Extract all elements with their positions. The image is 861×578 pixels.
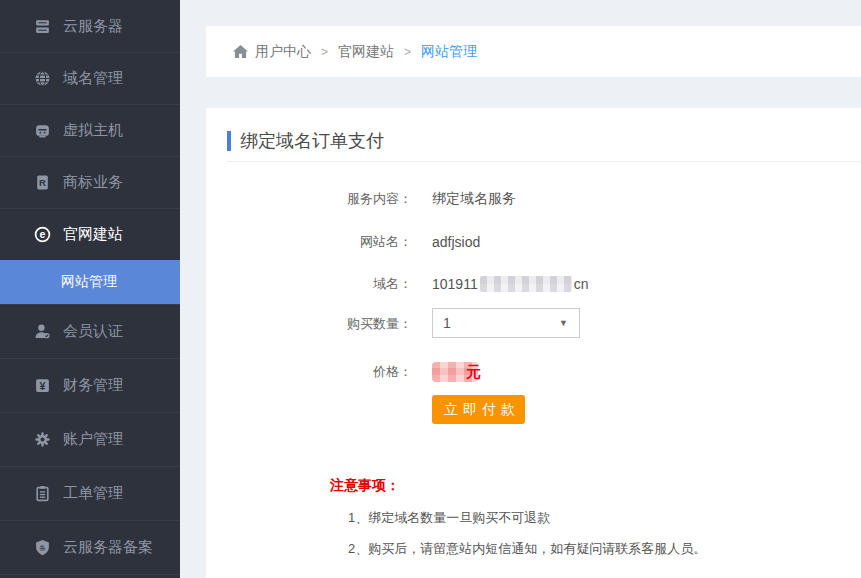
virtual-host-icon [34, 122, 51, 139]
chevron-down-icon: ▼ [559, 318, 579, 328]
sidebar-item-work-order[interactable]: 工单管理 [0, 466, 180, 520]
home-icon [233, 45, 248, 59]
svg-text:R: R [39, 177, 46, 188]
sidebar-item-cloud-server[interactable]: 云服务器 [0, 0, 180, 52]
trademark-icon: R [34, 174, 51, 191]
breadcrumb-item-user-center[interactable]: 用户中心 [255, 43, 311, 61]
domain-prefix: 101911 [432, 276, 478, 292]
breadcrumb-separator: > [321, 45, 328, 59]
service-label: 服务内容： [206, 190, 412, 208]
sidebar-item-label: 域名管理 [63, 69, 123, 88]
globe-icon [34, 70, 51, 87]
sidebar-item-label: 云服务器 [63, 17, 123, 36]
domain-value: 101911 cn [432, 276, 588, 292]
svg-text:备: 备 [39, 544, 46, 552]
price-unit: 元 [466, 363, 481, 382]
sidebar-item-member-auth[interactable]: 会员认证 [0, 304, 180, 358]
page-title: 绑定域名订单支付 [240, 129, 384, 153]
quantity-label: 购买数量： [206, 315, 412, 333]
breadcrumb-item-site-management[interactable]: 网站管理 [421, 43, 477, 61]
quantity-selected-value: 1 [433, 315, 559, 331]
website-icon: e [34, 226, 51, 243]
svg-text:¥: ¥ [40, 380, 46, 392]
sidebar-item-server-filing[interactable]: 备 云服务器备案 [0, 520, 180, 574]
service-row: 服务内容： 绑定域名服务 [206, 188, 516, 210]
finance-icon: ¥ [34, 377, 51, 394]
note-item-2: 2、购买后，请留意站内短信通知，如有疑问请联系客服人员。 [348, 540, 706, 558]
price-row: 价格： 元 [206, 361, 481, 383]
sidebar-item-label: 云服务器备案 [63, 538, 153, 557]
sitename-value: adfjsiod [432, 234, 480, 250]
sidebar-item-label: 财务管理 [63, 376, 123, 395]
svg-text:e: e [40, 228, 46, 240]
quantity-select[interactable]: 1 ▼ [432, 308, 580, 338]
sidebar-item-label: 虚拟主机 [63, 121, 123, 140]
price-value: 元 [432, 362, 481, 382]
quantity-row: 购买数量： [206, 313, 412, 335]
pay-now-button[interactable]: 立即付款 [432, 395, 525, 424]
sidebar-subitem-label: 网站管理 [61, 273, 117, 291]
filing-shield-icon: 备 [34, 539, 51, 556]
breadcrumb: 用户中心 > 官网建站 > 网站管理 [206, 26, 861, 77]
domain-suffix: cn [574, 276, 589, 292]
sitename-row: 网站名： adfjsiod [206, 231, 480, 253]
note-item-1: 1、绑定域名数量一旦购买不可退款 [348, 509, 550, 527]
sidebar-item-label: 官网建站 [63, 225, 123, 244]
sidebar-item-account[interactable]: 账户管理 [0, 412, 180, 466]
notes-title: 注意事项： [330, 477, 400, 495]
sidebar-item-trademark[interactable]: R 商标业务 [0, 156, 180, 208]
title-divider [227, 161, 861, 162]
domain-masked-blur [480, 276, 572, 292]
sidebar-item-label: 商标业务 [63, 173, 123, 192]
title-accent-bar [227, 131, 231, 151]
sidebar-filler [0, 574, 180, 578]
domain-row: 域名： 101911 cn [206, 273, 588, 295]
sitename-label: 网站名： [206, 233, 412, 251]
sidebar-item-virtual-host[interactable]: 虚拟主机 [0, 104, 180, 156]
breadcrumb-item-website-builder[interactable]: 官网建站 [338, 43, 394, 61]
price-label: 价格： [206, 363, 412, 381]
work-order-icon [34, 485, 51, 502]
sidebar-item-website-builder[interactable]: e 官网建站 [0, 208, 180, 260]
order-payment-panel: 绑定域名订单支付 服务内容： 绑定域名服务 网站名： adfjsiod 域名： … [206, 108, 861, 578]
panel-title-row: 绑定域名订单支付 [227, 129, 384, 153]
sidebar-item-domain[interactable]: 域名管理 [0, 52, 180, 104]
sidebar-item-label: 账户管理 [63, 430, 123, 449]
domain-label: 域名： [206, 275, 412, 293]
breadcrumb-separator: > [404, 45, 411, 59]
gear-icon [34, 431, 51, 448]
sidebar-item-label: 会员认证 [63, 322, 123, 341]
member-auth-icon [34, 323, 51, 340]
sidebar-item-finance[interactable]: ¥ 财务管理 [0, 358, 180, 412]
service-value: 绑定域名服务 [432, 190, 516, 208]
sidebar: 云服务器 域名管理 虚拟主机 R 商标业务 e 官网建站 网站管理 会员认证 [0, 0, 180, 578]
sidebar-item-site-management[interactable]: 网站管理 [0, 260, 180, 304]
cloud-server-icon [34, 18, 51, 35]
sidebar-item-label: 工单管理 [63, 484, 123, 503]
